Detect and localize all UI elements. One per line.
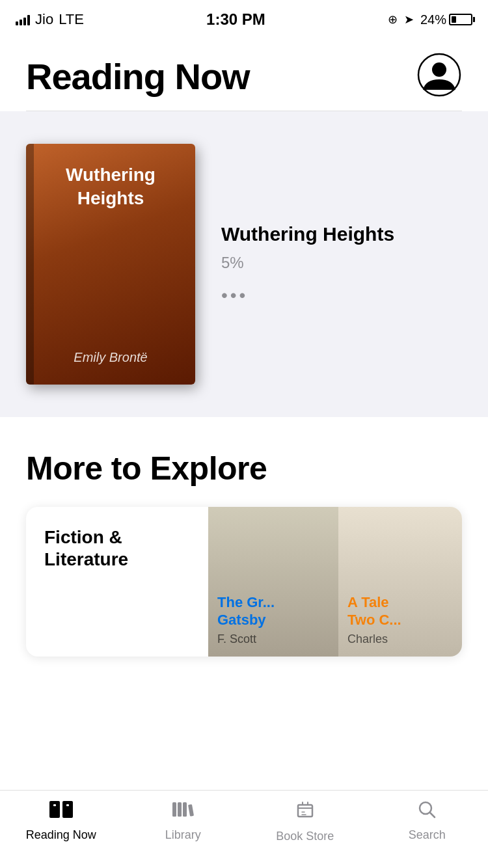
reading-section: Wuthering Heights Emily Brontë Wuthering…	[0, 111, 488, 417]
tab-library-label: Library	[165, 828, 201, 842]
explore-section: More to Explore Fiction & Literature The…	[0, 417, 488, 676]
tab-search-label: Search	[409, 828, 446, 842]
svg-rect-5	[66, 804, 69, 806]
book-more-button[interactable]: •••	[221, 285, 394, 306]
book1-title: The Gr...Gatsby	[217, 594, 329, 629]
explore-book-1[interactable]: The Gr...Gatsby F. Scott	[208, 507, 338, 657]
explore-card[interactable]: Fiction & Literature The Gr...Gatsby F. …	[26, 507, 462, 657]
book-info: Wuthering Heights 5% •••	[221, 223, 394, 306]
tab-book-store[interactable]: Book Store	[260, 800, 351, 843]
svg-point-1	[432, 62, 446, 77]
battery-icon	[449, 14, 472, 25]
category-label: Fiction & Literature	[44, 526, 190, 570]
svg-rect-4	[53, 804, 56, 806]
library-icon	[170, 800, 195, 824]
explore-title: More to Explore	[26, 450, 462, 487]
svg-rect-8	[183, 802, 187, 817]
explore-card-label: Fiction & Literature	[26, 507, 208, 657]
status-right: ⊕ ➤ 24%	[388, 12, 472, 27]
battery-percent: 24%	[420, 12, 446, 27]
book2-title: A TaleTwo C...	[347, 594, 459, 629]
page-title: Reading Now	[26, 55, 250, 98]
book1-author: F. Scott	[217, 632, 329, 646]
explore-book-2[interactable]: A TaleTwo C... Charles	[338, 507, 462, 657]
tab-reading-now-label: Reading Now	[26, 828, 96, 842]
status-time: 1:30 PM	[206, 10, 265, 29]
book-card[interactable]: Wuthering Heights Emily Brontë Wuthering…	[26, 144, 462, 385]
battery-fill	[452, 16, 456, 23]
book-cover-title: Wuthering Heights	[42, 163, 180, 211]
svg-rect-6	[172, 802, 176, 817]
carrier-text: Jio	[35, 11, 53, 28]
header: Reading Now	[0, 39, 488, 100]
svg-rect-7	[178, 802, 182, 817]
tab-reading-now[interactable]: Reading Now	[16, 800, 107, 842]
gps-icon: ➤	[404, 12, 414, 27]
svg-rect-2	[49, 801, 60, 818]
tab-search[interactable]: Search	[381, 800, 472, 842]
battery-container: 24%	[420, 12, 472, 27]
book-cover-author: Emily Brontë	[42, 350, 180, 365]
profile-button[interactable]	[416, 52, 462, 100]
tab-bar: Reading Now Library Book Store	[0, 790, 488, 868]
signal-icon	[16, 14, 30, 25]
status-bar: Jio LTE 1:30 PM ⊕ ➤ 24%	[0, 0, 488, 39]
status-left: Jio LTE	[16, 11, 84, 28]
tab-book-store-label: Book Store	[276, 830, 334, 843]
svg-rect-9	[188, 804, 194, 817]
book-cover: Wuthering Heights Emily Brontë	[26, 144, 195, 385]
explore-books-row: The Gr...Gatsby F. Scott A TaleTwo C... …	[208, 507, 462, 657]
reading-now-icon	[49, 800, 74, 824]
book-store-icon	[295, 800, 316, 826]
svg-rect-3	[62, 801, 73, 818]
book-title-text: Wuthering Heights	[221, 223, 394, 246]
book-progress: 5%	[221, 254, 394, 272]
book2-author: Charles	[347, 632, 459, 646]
search-icon	[417, 800, 437, 824]
network-type: LTE	[59, 11, 84, 28]
tab-library[interactable]: Library	[137, 800, 228, 842]
profile-icon	[416, 52, 462, 98]
location-icon: ⊕	[388, 12, 398, 27]
